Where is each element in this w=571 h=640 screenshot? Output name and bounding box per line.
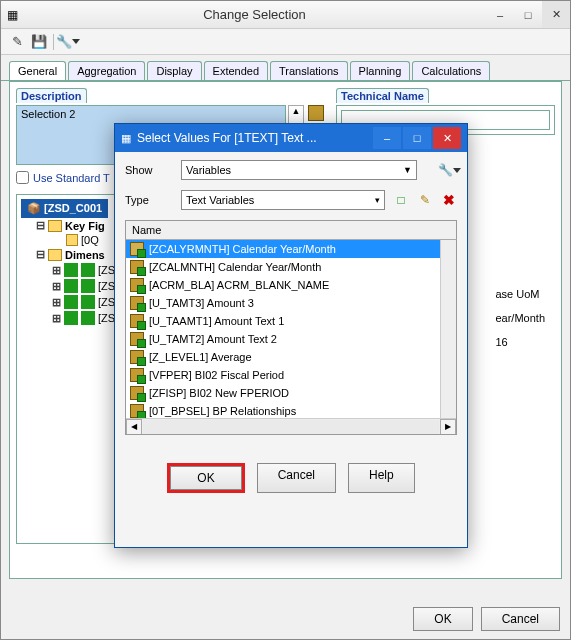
tree-header: 📦 [ZSD_C001: [21, 199, 108, 218]
variable-icon: [130, 278, 144, 292]
list-vscrollbar[interactable]: [440, 240, 456, 418]
list-header-name[interactable]: Name: [125, 220, 457, 240]
variable-icon: [130, 260, 144, 274]
list-item[interactable]: [ZCALYRMNTH] Calendar Year/Month: [126, 240, 456, 258]
side-values: ase UoM ear/Month 16: [495, 282, 545, 354]
variable-icon: [130, 296, 144, 310]
list-item-label: [ZFISP] BI02 New FPERIOD: [149, 387, 289, 399]
tab-general[interactable]: General: [9, 61, 66, 80]
use-standard-label: Use Standard T: [33, 172, 110, 184]
main-titlebar: ▦ Change Selection – □ ✕: [1, 1, 570, 29]
modal-cancel-button[interactable]: Cancel: [257, 463, 336, 493]
list-item-label: [ZCALYRMNTH] Calendar Year/Month: [149, 243, 336, 255]
description-label: Description: [16, 88, 87, 103]
main-toolbar: ✎ 💾 🔧: [1, 29, 570, 55]
main-ok-button[interactable]: OK: [413, 607, 472, 631]
app-icon: ▦: [1, 8, 23, 22]
check-icon[interactable]: ✎: [9, 34, 25, 50]
scroll-left-icon[interactable]: ◀: [126, 419, 142, 435]
modal-close-button[interactable]: ✕: [433, 127, 461, 149]
variable-icon: [130, 350, 144, 364]
list-item-label: [U_TAMT3] Amount 3: [149, 297, 254, 309]
main-cancel-button[interactable]: Cancel: [481, 607, 560, 631]
delete-icon[interactable]: ✖: [441, 192, 457, 208]
list-item[interactable]: [U_TAMT3] Amount 3: [126, 294, 456, 312]
tab-calculations[interactable]: Calculations: [412, 61, 490, 80]
show-select[interactable]: Variables▼: [181, 160, 417, 180]
tab-aggregation[interactable]: Aggregation: [68, 61, 145, 80]
list-item[interactable]: [ACRM_BLA] ACRM_BLANK_NAME: [126, 276, 456, 294]
main-title: Change Selection: [23, 7, 486, 22]
list-item-label: [U_TAMT2] Amount Text 2: [149, 333, 277, 345]
variable-icon: [130, 404, 144, 418]
minimize-button[interactable]: –: [486, 1, 514, 28]
description-picker-icon[interactable]: [308, 105, 324, 121]
variable-icon: [130, 368, 144, 382]
list-item-label: [U_TAAMT1] Amount Text 1: [149, 315, 284, 327]
list-item-label: [Z_LEVEL1] Average: [149, 351, 252, 363]
close-button[interactable]: ✕: [542, 1, 570, 28]
list-item[interactable]: [ZCALMNTH] Calendar Year/Month: [126, 258, 456, 276]
tab-planning[interactable]: Planning: [350, 61, 411, 80]
modal-help-button[interactable]: Help: [348, 463, 415, 493]
list-box: [ZCALYRMNTH] Calendar Year/Month[ZCALMNT…: [125, 240, 457, 435]
variable-icon: [130, 314, 144, 328]
variable-icon: [130, 242, 144, 256]
save-icon[interactable]: 💾: [31, 34, 47, 50]
technical-name-label: Technical Name: [336, 88, 429, 103]
use-standard-check[interactable]: [16, 171, 29, 184]
type-select[interactable]: Text Variables▾: [181, 190, 385, 210]
new-icon[interactable]: □: [393, 192, 409, 208]
type-label: Type: [125, 194, 173, 206]
modal-minimize-button[interactable]: –: [373, 127, 401, 149]
list-item-label: [VFPER] BI02 Fiscal Period: [149, 369, 284, 381]
scroll-right-icon[interactable]: ▶: [440, 419, 456, 435]
modal-app-icon: ▦: [121, 132, 131, 145]
modal-title: Select Values For [1TEXT] Text ...: [137, 131, 371, 145]
show-label: Show: [125, 164, 173, 176]
modal-maximize-button[interactable]: □: [403, 127, 431, 149]
edit-icon[interactable]: ✎: [417, 192, 433, 208]
modal-titlebar: ▦ Select Values For [1TEXT] Text ... – □…: [115, 124, 467, 152]
list-item-label: [ZCALMNTH] Calendar Year/Month: [149, 261, 321, 273]
list-item[interactable]: [ZFISP] BI02 New FPERIOD: [126, 384, 456, 402]
list-item[interactable]: [U_TAMT2] Amount Text 2: [126, 330, 456, 348]
list-item[interactable]: [U_TAAMT1] Amount Text 1: [126, 312, 456, 330]
list-item[interactable]: [Z_LEVEL1] Average: [126, 348, 456, 366]
tab-translations[interactable]: Translations: [270, 61, 348, 80]
wrench-icon[interactable]: 🔧: [60, 34, 76, 50]
select-values-modal: ▦ Select Values For [1TEXT] Text ... – □…: [114, 123, 468, 548]
variable-icon: [130, 332, 144, 346]
list-item-label: [0T_BPSEL] BP Relationships: [149, 405, 296, 417]
main-tabstrip: General Aggregation Display Extended Tra…: [1, 55, 570, 81]
tab-extended[interactable]: Extended: [204, 61, 268, 80]
list-hscrollbar[interactable]: ◀ ▶: [126, 418, 456, 434]
settings-icon[interactable]: 🔧: [441, 162, 457, 178]
maximize-button[interactable]: □: [514, 1, 542, 28]
modal-ok-button[interactable]: OK: [170, 466, 241, 490]
tab-display[interactable]: Display: [147, 61, 201, 80]
variable-icon: [130, 386, 144, 400]
list-item-label: [ACRM_BLA] ACRM_BLANK_NAME: [149, 279, 329, 291]
list-item[interactable]: [VFPER] BI02 Fiscal Period: [126, 366, 456, 384]
